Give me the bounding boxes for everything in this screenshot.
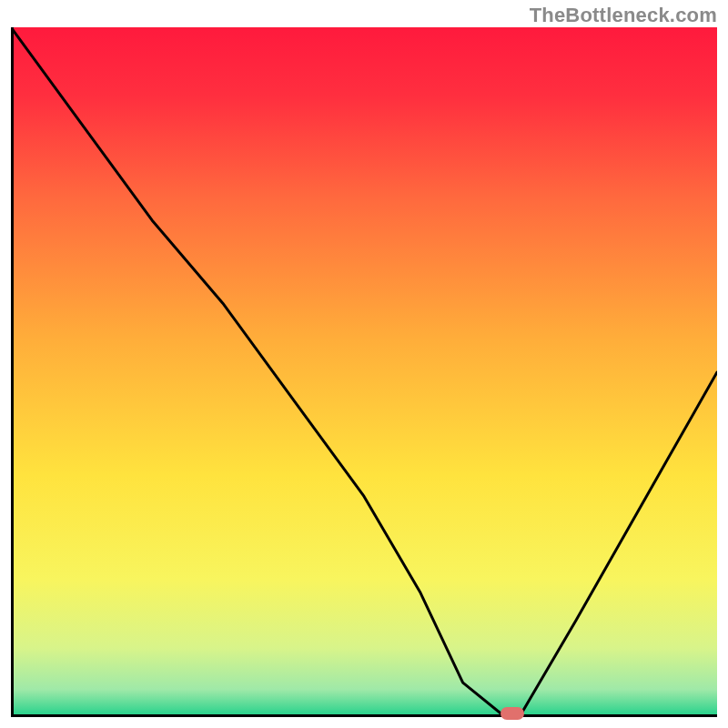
watermark-text: TheBottleneck.com [530,4,717,27]
optimal-point-marker [500,707,524,720]
chart-axes [11,27,717,717]
